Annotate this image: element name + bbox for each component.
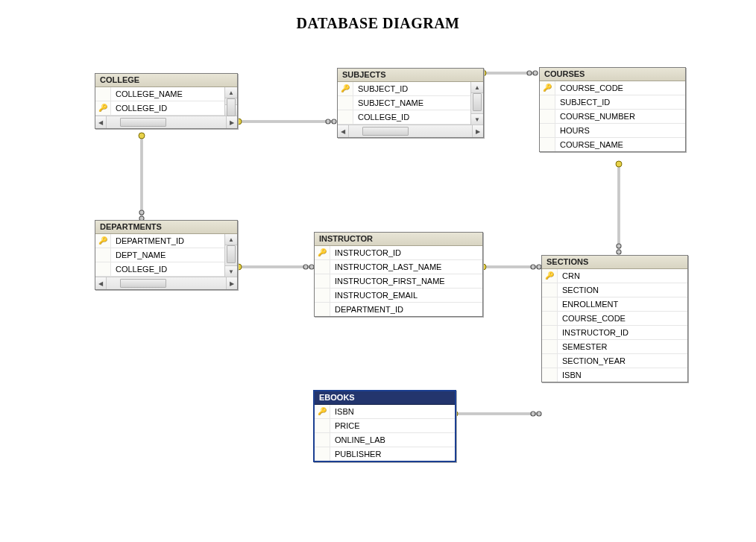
column-row[interactable]: 🔑 COLLEGE_ID xyxy=(95,101,225,116)
scroll-thumb[interactable] xyxy=(362,127,409,136)
column-row[interactable]: COURSE_NAME xyxy=(540,138,685,151)
svg-point-17 xyxy=(617,250,621,254)
column-row[interactable]: SECTION_YEAR xyxy=(542,354,687,368)
vertical-scrollbar[interactable]: ▲ ▼ xyxy=(470,82,483,125)
table-courses[interactable]: COURSES 🔑COURSE_CODE SUBJECT_ID COURSE_N… xyxy=(539,67,686,152)
scroll-up-arrow[interactable]: ▲ xyxy=(225,234,237,245)
column-name: INSTRUCTOR_ID xyxy=(330,248,482,257)
column-name: SUBJECT_NAME xyxy=(353,98,471,107)
vertical-scrollbar[interactable]: ▲ ▼ xyxy=(224,234,237,277)
table-sections[interactable]: SECTIONS 🔑CRN SECTION ENROLLMENT COURSE_… xyxy=(541,255,688,382)
svg-point-10 xyxy=(303,265,308,269)
column-row[interactable]: SECTION xyxy=(542,283,687,297)
column-row[interactable]: SUBJECT_ID xyxy=(540,95,685,110)
table-departments[interactable]: DEPARTMENTS 🔑DEPARTMENT_ID DEPT_NAME COL… xyxy=(95,220,238,290)
svg-point-5 xyxy=(533,71,538,75)
scroll-down-arrow[interactable]: ▼ xyxy=(471,113,483,125)
vertical-scrollbar[interactable]: ▲ ▼ xyxy=(224,87,237,116)
column-row[interactable]: 🔑ISBN xyxy=(315,405,455,419)
scroll-thumb[interactable] xyxy=(227,245,236,263)
column-row[interactable]: PRICE xyxy=(315,419,455,433)
column-row[interactable]: 🔑COURSE_CODE xyxy=(540,81,685,95)
scroll-right-arrow[interactable]: ▶ xyxy=(472,125,483,137)
scroll-up-arrow[interactable]: ▲ xyxy=(471,82,483,93)
svg-point-2 xyxy=(332,119,336,124)
table-header[interactable]: INSTRUCTOR xyxy=(315,233,482,246)
table-subjects[interactable]: SUBJECTS 🔑 SUBJECT_ID SUBJECT_NAME COLLE… xyxy=(337,68,484,138)
svg-point-15 xyxy=(616,161,622,167)
column-row[interactable]: INSTRUCTOR_ID xyxy=(542,326,687,340)
column-row[interactable]: DEPT_NAME xyxy=(95,248,225,262)
scroll-thumb[interactable] xyxy=(120,279,166,288)
column-name: SEMESTER xyxy=(558,342,687,351)
scroll-thumb[interactable] xyxy=(227,98,236,116)
scroll-left-arrow[interactable]: ◀ xyxy=(338,125,349,137)
column-row[interactable]: INSTRUCTOR_FIRST_NAME xyxy=(315,274,482,289)
column-row[interactable]: 🔑CRN xyxy=(542,269,687,283)
column-name: SECTION_YEAR xyxy=(558,356,687,365)
scroll-thumb[interactable] xyxy=(473,93,482,111)
scroll-right-arrow[interactable]: ▶ xyxy=(226,277,237,289)
column-row[interactable]: COLLEGE_ID xyxy=(338,110,471,125)
scroll-up-arrow[interactable]: ▲ xyxy=(225,87,237,98)
scroll-right-arrow[interactable]: ▶ xyxy=(226,116,237,128)
column-row[interactable]: 🔑 SUBJECT_ID xyxy=(338,82,471,96)
table-ebooks[interactable]: EBOOKS 🔑ISBN PRICE ONLINE_LAB PUBLISHER xyxy=(313,390,456,462)
scroll-track[interactable] xyxy=(107,116,226,128)
column-row[interactable]: COLLEGE_NAME xyxy=(95,87,225,101)
column-row[interactable]: 🔑INSTRUCTOR_ID xyxy=(315,246,482,260)
column-row[interactable]: INSTRUCTOR_EMAIL xyxy=(315,289,482,303)
rel-instructor-sections xyxy=(480,264,541,270)
column-row[interactable]: ONLINE_LAB xyxy=(315,433,455,447)
column-name: COURSE_NAME xyxy=(555,140,685,149)
primary-key-icon: 🔑 xyxy=(341,85,350,92)
rel-subjects-courses xyxy=(480,70,538,76)
column-name: COLLEGE_NAME xyxy=(111,89,225,98)
table-header[interactable]: COURSES xyxy=(540,68,685,81)
column-name: DEPT_NAME xyxy=(111,250,225,259)
horizontal-scrollbar[interactable]: ◀ ▶ xyxy=(338,125,483,137)
scroll-thumb[interactable] xyxy=(120,118,166,127)
svg-point-6 xyxy=(139,133,145,139)
column-row[interactable]: COURSE_NUMBER xyxy=(540,110,685,124)
primary-key-icon: 🔑 xyxy=(318,249,327,256)
primary-key-icon: 🔑 xyxy=(98,104,107,112)
svg-point-7 xyxy=(139,210,144,215)
column-name: SUBJECT_ID xyxy=(353,84,471,93)
column-row[interactable]: COURSE_CODE xyxy=(542,312,687,326)
column-name: HOURS xyxy=(555,126,685,135)
column-row[interactable]: SEMESTER xyxy=(542,340,687,354)
column-name: INSTRUCTOR_ID xyxy=(558,328,687,337)
table-instructor[interactable]: INSTRUCTOR 🔑INSTRUCTOR_ID INSTRUCTOR_LAS… xyxy=(314,232,483,317)
table-college[interactable]: COLLEGE COLLEGE_NAME 🔑 COLLEGE_ID ▲ ▼ ◀ … xyxy=(95,73,238,129)
rel-college-subjects xyxy=(236,119,336,125)
column-row[interactable]: ENROLLMENT xyxy=(542,297,687,312)
table-header[interactable]: EBOOKS xyxy=(315,391,455,405)
table-header[interactable]: COLLEGE xyxy=(95,74,237,87)
scroll-left-arrow[interactable]: ◀ xyxy=(95,116,107,128)
column-row[interactable]: COLLEGE_ID xyxy=(95,262,225,277)
column-row[interactable]: PUBLISHER xyxy=(315,447,455,461)
scroll-left-arrow[interactable]: ◀ xyxy=(95,277,107,289)
svg-point-13 xyxy=(531,265,535,269)
horizontal-scrollbar[interactable]: ◀ ▶ xyxy=(95,116,237,128)
column-row[interactable]: INSTRUCTOR_LAST_NAME xyxy=(315,260,482,274)
column-name: ENROLLMENT xyxy=(558,300,687,309)
horizontal-scrollbar[interactable]: ◀ ▶ xyxy=(95,277,237,289)
column-name: ISBN xyxy=(558,371,687,379)
column-name: ISBN xyxy=(330,407,455,416)
primary-key-icon: 🔑 xyxy=(318,408,327,415)
column-row[interactable]: SUBJECT_NAME xyxy=(338,96,471,110)
table-header[interactable]: SUBJECTS xyxy=(338,69,483,82)
column-row[interactable]: HOURS xyxy=(540,124,685,138)
table-header[interactable]: SECTIONS xyxy=(542,256,687,269)
scroll-track[interactable] xyxy=(225,98,237,104)
scroll-down-arrow[interactable]: ▼ xyxy=(225,265,237,277)
table-header[interactable]: DEPARTMENTS xyxy=(95,221,237,234)
rel-college-departments xyxy=(139,133,145,221)
column-row[interactable]: 🔑DEPARTMENT_ID xyxy=(95,234,225,248)
primary-key-icon: 🔑 xyxy=(545,272,554,280)
column-row[interactable]: ISBN xyxy=(542,368,687,382)
column-row[interactable]: DEPARTMENT_ID xyxy=(315,303,482,316)
key-cell: 🔑 xyxy=(95,101,111,115)
